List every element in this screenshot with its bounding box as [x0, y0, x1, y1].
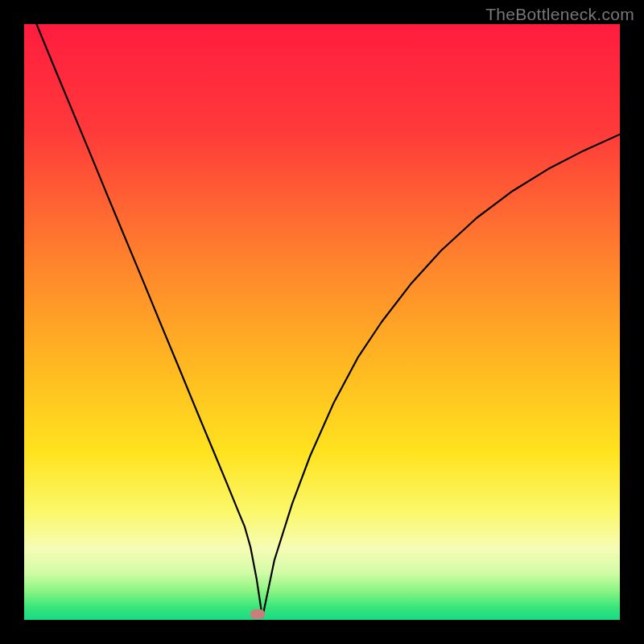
plot-area: [24, 24, 620, 620]
chart-frame: TheBottleneck.com: [0, 0, 644, 644]
optimum-marker: [250, 609, 265, 619]
watermark-text: TheBottleneck.com: [485, 5, 634, 24]
bottleneck-curve: [24, 24, 620, 620]
